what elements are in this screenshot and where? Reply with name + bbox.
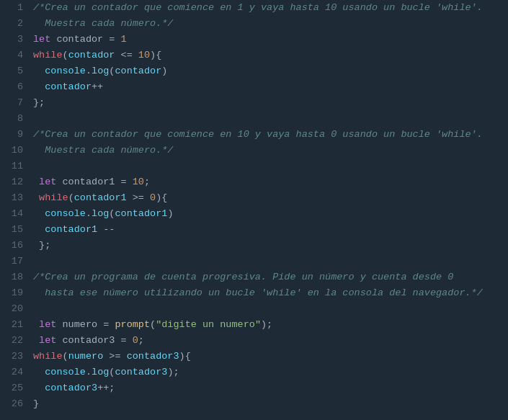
line-number: 18 [6,269,23,285]
token-white [33,190,39,206]
token-str: "digite un numero" [156,317,261,333]
line-number: 25 [6,380,23,396]
token-var: contador1 [45,222,97,238]
token-white: >= [127,190,150,206]
token-punc: ( [63,48,68,63]
code-line: while(numero >= contador3){ [33,349,502,365]
token-punc: ){ [156,190,167,206]
token-punc: }; [39,238,50,254]
token-white [33,333,39,349]
token-comment: hasta ese número utilizando un bucle 'wh… [33,285,483,301]
line-number: 23 [6,349,23,365]
token-white [33,63,45,79]
token-keyword: while [33,349,63,365]
line-number: 9 [6,127,23,143]
token-comment: /*Crea un programa de cuenta progresiva.… [33,269,453,285]
code-line: Muestra cada número.*/ [33,16,502,32]
line-number: 16 [6,238,23,254]
token-var: contador [68,48,115,63]
token-var: contador [115,63,161,79]
code-line: contador++ [33,79,502,95]
token-let: let [39,174,56,190]
code-content: /*Crea un contador que comience en 1 y v… [27,0,508,420]
code-line: /*Crea un contador que comience en 1 y v… [33,0,502,16]
token-white [33,317,39,333]
token-var: contador1 [115,206,167,222]
code-line: let contador3 = 0; [33,333,502,349]
code-line: Muestra cada número.*/ [33,143,502,158]
token-white: contador1 = [56,174,132,190]
token-var: numero [68,349,104,365]
line-number: 19 [6,285,23,301]
token-var: contador3 [127,349,179,365]
token-keyword: while [33,48,63,63]
token-punc: ( [68,190,74,206]
code-line: let contador1 = 10; [33,174,502,190]
token-num: 10 [138,48,150,63]
token-punc: . [86,63,92,79]
token-num: 10 [133,174,144,190]
token-punc: ) [161,63,167,79]
token-punc: ); [167,365,179,380]
token-white [33,206,45,222]
token-white [33,222,45,238]
line-number: 14 [6,206,23,222]
line-number: 13 [6,190,23,206]
code-line: while(contador <= 10){ [33,48,502,63]
token-punc: ){ [179,349,191,365]
token-comment: Muestra cada número.*/ [33,143,173,158]
token-white [33,365,45,380]
token-var: contador [45,79,92,95]
code-line: hasta ese número utilizando un bucle 'wh… [33,285,502,301]
token-var: contador1 [74,190,127,206]
token-fn: console [45,206,86,222]
token-punc: ; [144,174,150,190]
code-line: } [33,396,502,412]
token-white: ++ [92,79,103,95]
line-number: 6 [6,79,23,95]
token-method: log [92,365,109,380]
token-punc: ); [261,317,272,333]
code-line: while(contador1 >= 0){ [33,190,502,206]
token-punc: ) [167,206,173,222]
token-comment: Muestra cada número.*/ [33,16,173,32]
token-white: <= [115,48,138,63]
token-punc: }; [33,95,45,111]
code-line: contador1 -- [33,222,502,238]
code-line: }; [33,238,502,254]
line-number: 21 [6,317,23,333]
token-white: numero = [56,317,115,333]
line-number: 3 [6,32,23,48]
token-num: 0 [150,190,156,206]
line-number: 10 [6,143,23,158]
code-line: console.log(contador1) [33,206,502,222]
token-punc: ( [63,349,68,365]
code-line [33,254,502,269]
line-number: 24 [6,365,23,380]
token-keyword: while [39,190,68,206]
line-number: 5 [6,63,23,79]
line-number: 26 [6,396,23,412]
token-white [33,79,45,95]
code-line: console.log(contador) [33,63,502,79]
token-prompt: prompt [115,317,150,333]
token-white: -- [97,222,115,238]
code-line: }; [33,95,502,111]
token-punc: ( [109,63,115,79]
token-var: contador3 [45,380,97,396]
line-number: 4 [6,48,23,63]
token-punc: ( [109,206,115,222]
token-punc: . [86,206,92,222]
line-number: 22 [6,333,23,349]
token-white: contador = [50,32,120,48]
token-white: contador3 = [56,333,132,349]
line-number: 12 [6,174,23,190]
token-white [33,380,45,396]
code-line: /*Crea un programa de cuenta progresiva.… [33,269,502,285]
code-line: console.log(contador3); [33,365,502,380]
line-number: 1 [6,0,23,16]
token-method: log [92,63,109,79]
token-comment: /*Crea un contador que comience en 10 y … [33,127,483,143]
token-num: 1 [121,32,127,48]
token-punc: ; [138,333,144,349]
